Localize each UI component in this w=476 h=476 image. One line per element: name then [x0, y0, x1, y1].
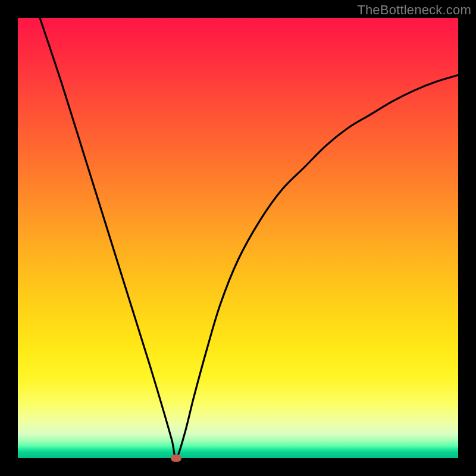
bottleneck-curve-path	[40, 18, 458, 458]
watermark-text: TheBottleneck.com	[357, 2, 471, 18]
plot-area	[18, 18, 458, 458]
optimal-point-marker	[171, 455, 181, 462]
chart-frame: TheBottleneck.com	[0, 0, 476, 476]
curve-svg	[18, 18, 458, 458]
